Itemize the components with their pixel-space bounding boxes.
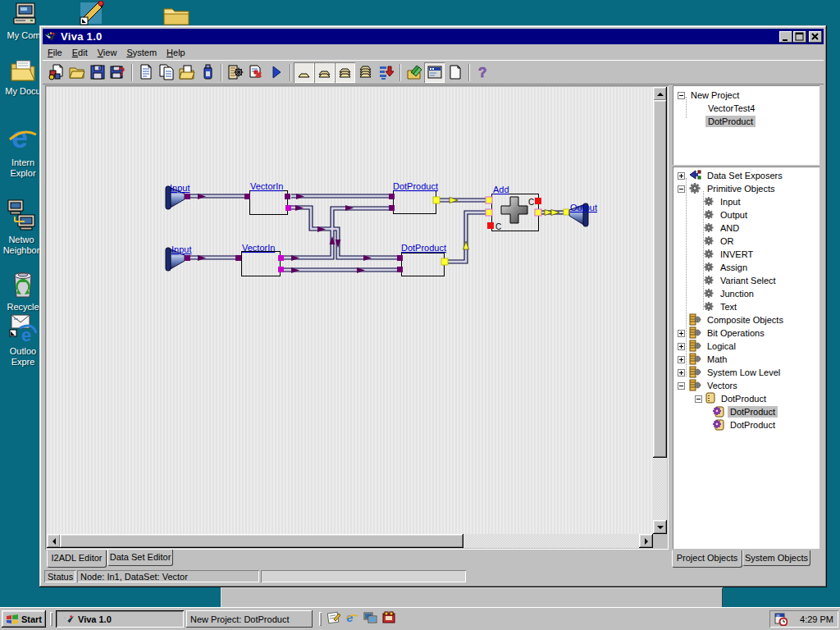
add-plus-icon <box>501 197 527 223</box>
sort-order-button[interactable] <box>376 62 396 83</box>
horizontal-scrollbar[interactable] <box>47 534 653 548</box>
tree-item-assign[interactable]: Assign <box>678 261 819 274</box>
gear-icon <box>703 288 714 300</box>
tree-item-data-set-exposers[interactable]: Data Set Exposers <box>678 169 819 182</box>
project-tree[interactable]: New Project VectorTest4 DotProduct <box>673 85 819 165</box>
menu-system[interactable]: System <box>121 46 162 60</box>
tree-item-vectors[interactable]: Vectors <box>678 379 819 392</box>
expand-icon[interactable] <box>678 356 685 363</box>
composite-objects-icon <box>688 326 701 340</box>
start-button[interactable]: Start <box>2 610 46 628</box>
tree-item-and[interactable]: AND <box>678 221 819 235</box>
blank-sheet-button[interactable] <box>445 62 465 83</box>
tree-item-dotproduct-impl2[interactable]: DotProduct <box>678 418 819 431</box>
background-window[interactable] <box>221 587 723 608</box>
tree-item-invert[interactable]: INVERT <box>678 248 819 261</box>
expand-icon[interactable] <box>678 172 685 180</box>
new-project-button[interactable] <box>46 62 66 83</box>
quicklaunch-display-icon[interactable] <box>363 611 377 626</box>
tab-system-objects[interactable]: System Objects <box>742 550 810 566</box>
i2adl-canvas[interactable]: Input VectorIn DotProduct Add Output Inp… <box>47 87 653 534</box>
scroll-right-button[interactable] <box>639 534 653 548</box>
menu-file[interactable]: File <box>43 46 67 60</box>
canvas-frame: Input VectorIn DotProduct Add Output Inp… <box>45 85 669 550</box>
vertical-scroll-thumb[interactable] <box>653 100 667 458</box>
copy-sheet-button[interactable] <box>156 62 176 83</box>
tree-item-vectortest4[interactable]: VectorTest4 <box>678 102 819 115</box>
show-sheets-button[interactable] <box>404 62 424 83</box>
tray-scheduler-icon[interactable]: 38 <box>774 613 788 626</box>
horizontal-scroll-thumb[interactable] <box>60 534 463 548</box>
desktop-icon-shortcut[interactable] <box>66 1 118 29</box>
view-layer3-button[interactable] <box>335 62 355 83</box>
menu-edit[interactable]: Edit <box>67 46 93 60</box>
run-button[interactable] <box>266 62 286 83</box>
save-project-as-button[interactable]: ? <box>107 62 128 83</box>
expand-icon[interactable] <box>678 343 685 350</box>
tree-item-input[interactable]: Input <box>678 195 819 208</box>
node-vectorin2-box <box>242 252 281 276</box>
help-button[interactable]: ? <box>472 62 493 83</box>
scroll-down-button[interactable] <box>653 520 667 534</box>
composite-objects-icon <box>688 366 701 380</box>
tree-item-text[interactable]: Text <box>678 300 819 313</box>
tree-item-math[interactable]: Math <box>678 353 819 366</box>
collapse-icon[interactable] <box>678 185 685 193</box>
title-bar[interactable]: Viva 1.0 <box>43 29 824 44</box>
open-sheet-button[interactable] <box>176 62 197 83</box>
taskbar-clock: 4:29 PM <box>800 614 833 624</box>
scroll-left-button[interactable] <box>47 534 61 548</box>
stop-build-button[interactable] <box>245 62 266 83</box>
tree-item-primitive-objects[interactable]: Primitive Objects <box>678 182 819 195</box>
expand-icon[interactable] <box>678 330 685 337</box>
gear-icon <box>703 209 714 221</box>
system-objects-tree[interactable]: Data Set Exposers Primitive Objects Inpu… <box>673 167 819 549</box>
taskbar-divider <box>319 612 322 626</box>
expand-icon[interactable] <box>678 369 685 377</box>
view-layer1-button[interactable] <box>294 62 314 83</box>
task-button-viva[interactable]: Viva 1.0 <box>56 610 184 628</box>
quicklaunch-notes-icon[interactable] <box>327 611 340 626</box>
recycle-bin-icon <box>9 290 37 300</box>
composite-objects-icon <box>688 353 701 367</box>
new-sheet-button[interactable] <box>135 62 156 83</box>
synthesize-button[interactable] <box>225 62 245 83</box>
collapse-icon[interactable] <box>678 382 685 390</box>
tree-item-dotproduct[interactable]: DotProduct <box>678 115 819 128</box>
maximize-button[interactable] <box>793 31 806 43</box>
quicklaunch-media-icon[interactable] <box>382 611 395 626</box>
vertical-scrollbar[interactable] <box>653 87 667 534</box>
minimize-button[interactable] <box>779 31 792 43</box>
quicklaunch-ie-icon[interactable]: e <box>345 611 358 626</box>
task-label: New Project: DotProduct <box>190 614 289 624</box>
menu-view[interactable]: View <box>93 46 122 60</box>
show-dialog-button[interactable] <box>424 62 445 83</box>
tree-item-system-low-level[interactable]: System Low Level <box>678 366 819 379</box>
view-layer4-button[interactable] <box>355 62 376 83</box>
gear-sheet-icon <box>712 405 724 419</box>
tree-item-dotproduct-sheet[interactable]: DotProduct <box>678 392 819 405</box>
collapse-icon[interactable] <box>695 395 702 403</box>
tree-item-variant-select[interactable]: Variant Select <box>678 274 819 287</box>
tab-data-set-editor[interactable]: Data Set Editor <box>107 550 173 566</box>
tree-item-or[interactable]: OR <box>678 235 819 248</box>
tree-item-composite-objects[interactable]: Composite Objects <box>678 313 819 326</box>
open-project-button[interactable] <box>66 62 87 83</box>
tree-item-output[interactable]: Output <box>678 208 819 221</box>
tree-item-new-project[interactable]: New Project <box>678 89 819 102</box>
save-project-button[interactable] <box>87 62 107 83</box>
scroll-up-button[interactable] <box>653 87 667 101</box>
collapse-icon[interactable] <box>678 92 685 99</box>
tree-item-bit-operations[interactable]: Bit Operations <box>678 326 819 340</box>
save-sheet-button[interactable] <box>197 62 217 83</box>
menu-help[interactable]: Help <box>162 46 190 60</box>
tree-item-junction[interactable]: Junction <box>678 287 819 300</box>
node-boxes[interactable] <box>242 191 539 276</box>
view-layer2-button[interactable] <box>314 62 335 83</box>
close-button[interactable] <box>809 31 822 43</box>
tab-project-objects[interactable]: Project Objects <box>672 550 742 568</box>
tree-item-dotproduct-impl1[interactable]: DotProduct <box>678 405 819 418</box>
task-button-new-project[interactable]: New Project: DotProduct <box>186 610 313 628</box>
tab-i2adl-editor[interactable]: I2ADL Editor <box>47 550 107 568</box>
tree-item-logical[interactable]: Logical <box>678 340 819 353</box>
